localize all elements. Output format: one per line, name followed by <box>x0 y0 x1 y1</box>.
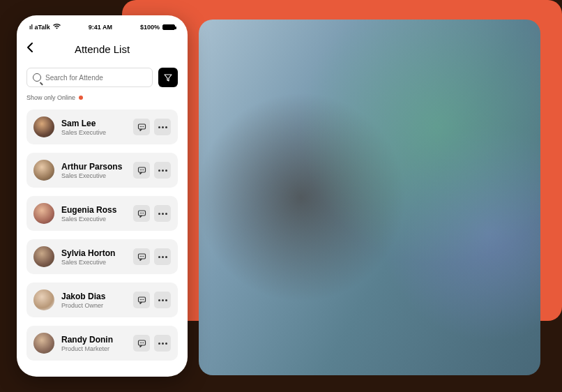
svg-point-17 <box>139 299 140 299</box>
attendee-role: Product Marketer <box>61 345 126 352</box>
chat-icon <box>137 252 146 262</box>
svg-point-14 <box>141 255 142 256</box>
svg-point-9 <box>139 212 140 213</box>
more-button[interactable] <box>154 248 171 265</box>
wifi-icon <box>53 24 61 31</box>
attendee-name: Jakob Dias <box>61 292 126 301</box>
search-icon <box>33 73 41 82</box>
chat-button[interactable] <box>133 205 150 222</box>
chat-icon <box>137 123 146 132</box>
more-icon <box>158 169 167 172</box>
svg-point-11 <box>142 212 143 213</box>
attendee-name: Randy Donin <box>61 335 126 345</box>
phone-frame: ıl aTalk 9:41 AM $100% Attende List Show… <box>17 15 188 377</box>
more-icon <box>158 299 167 301</box>
svg-point-22 <box>141 342 142 342</box>
svg-point-23 <box>142 342 143 342</box>
clock: 9:41 AM <box>89 24 112 31</box>
more-icon <box>158 256 167 258</box>
chat-icon <box>137 166 146 175</box>
attendee-role: Sales Executive <box>61 259 126 266</box>
svg-point-15 <box>142 255 143 256</box>
chat-button[interactable] <box>133 162 150 179</box>
svg-point-6 <box>141 169 142 169</box>
svg-point-7 <box>142 169 143 169</box>
chat-button[interactable] <box>133 292 150 308</box>
attendee-name: Sam Lee <box>61 119 126 128</box>
list-item[interactable]: Arthur Parsons Sales Executive <box>26 153 178 188</box>
chat-button[interactable] <box>133 335 150 352</box>
list-item[interactable]: Randy Donin Product Marketer <box>26 326 178 361</box>
more-button[interactable] <box>154 119 171 135</box>
battery-icon <box>162 24 175 30</box>
attendee-name: Sylvia Horton <box>61 248 126 258</box>
avatar <box>33 116 54 137</box>
avatar <box>33 203 54 224</box>
battery-label: $100% <box>140 24 160 31</box>
chat-button[interactable] <box>133 248 150 265</box>
page-header: Attende List <box>26 42 178 56</box>
chat-icon <box>137 209 146 218</box>
more-button[interactable] <box>154 162 171 179</box>
more-button[interactable] <box>154 292 171 308</box>
svg-point-21 <box>139 342 140 342</box>
list-item[interactable]: Sam Lee Sales Executive <box>26 110 178 144</box>
online-indicator-icon <box>79 96 83 100</box>
show-online-filter[interactable]: Show only Online <box>26 94 178 101</box>
attendee-name: Eugenia Ross <box>61 205 126 215</box>
more-icon <box>158 126 167 128</box>
attendee-role: Sales Executive <box>61 216 126 223</box>
more-button[interactable] <box>154 205 171 222</box>
list-item[interactable]: Eugenia Ross Sales Executive <box>26 196 178 231</box>
chat-button[interactable] <box>133 119 150 135</box>
svg-point-3 <box>142 126 143 126</box>
show-online-label: Show only Online <box>26 94 75 101</box>
svg-point-13 <box>139 255 140 256</box>
more-icon <box>158 213 167 215</box>
svg-point-10 <box>141 212 142 213</box>
page-title: Attende List <box>26 43 178 55</box>
more-button[interactable] <box>154 335 171 352</box>
chat-icon <box>137 296 146 305</box>
filter-button[interactable] <box>158 68 178 87</box>
attendee-name: Arthur Parsons <box>61 162 126 172</box>
attendee-role: Product Owner <box>61 302 126 309</box>
attendee-role: Sales Executive <box>61 129 126 136</box>
carrier-label: ıl aTalk <box>29 24 50 31</box>
filter-icon <box>164 73 172 82</box>
svg-point-18 <box>141 299 142 299</box>
chat-icon <box>137 339 146 348</box>
list-item[interactable]: Sylvia Horton Sales Executive <box>26 239 178 274</box>
status-bar: ıl aTalk 9:41 AM $100% <box>26 22 178 32</box>
search-input[interactable] <box>45 74 146 82</box>
more-icon <box>158 342 167 345</box>
avatar <box>33 160 54 181</box>
svg-point-1 <box>139 126 140 126</box>
svg-point-5 <box>139 169 140 169</box>
attendee-list: Sam Lee Sales Executive Arthur Parsons S… <box>26 110 178 361</box>
search-input-wrapper[interactable] <box>26 68 153 87</box>
avatar <box>33 246 54 267</box>
avatar <box>33 289 54 310</box>
svg-point-2 <box>141 126 142 126</box>
hero-photo <box>199 20 540 375</box>
svg-point-19 <box>142 299 143 299</box>
list-item[interactable]: Jakob Dias Product Owner <box>26 282 178 317</box>
attendee-role: Sales Executive <box>61 172 126 179</box>
avatar <box>33 333 54 354</box>
